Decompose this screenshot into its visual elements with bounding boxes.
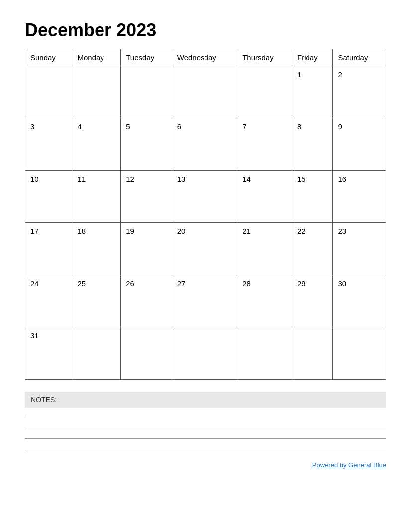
day-number: 30 xyxy=(338,279,381,288)
day-number: 6 xyxy=(177,122,232,131)
calendar-day-cell: 17 xyxy=(25,223,72,275)
powered-by: Powered by General Blue xyxy=(25,461,386,469)
calendar-day-cell: 29 xyxy=(292,275,333,327)
calendar-day-cell xyxy=(292,327,333,380)
day-number: 27 xyxy=(177,279,232,288)
calendar-day-cell: 10 xyxy=(25,171,72,223)
calendar-week-row: 17181920212223 xyxy=(25,223,386,275)
notes-line-2 xyxy=(25,427,386,427)
calendar-week-row: 12 xyxy=(25,66,386,118)
day-number: 12 xyxy=(126,175,167,183)
powered-by-link[interactable]: Powered by General Blue xyxy=(312,461,386,469)
day-number: 31 xyxy=(30,331,67,340)
calendar-day-cell xyxy=(333,327,386,380)
calendar-day-cell: 15 xyxy=(292,171,333,223)
calendar-day-cell xyxy=(172,66,237,118)
day-number: 1 xyxy=(297,70,327,79)
calendar-day-cell: 13 xyxy=(172,171,237,223)
day-number: 15 xyxy=(297,175,327,183)
day-number: 29 xyxy=(297,279,327,288)
calendar-day-header: Friday xyxy=(292,49,333,66)
notes-line-3 xyxy=(25,438,386,439)
calendar-day-cell xyxy=(237,66,292,118)
calendar-week-row: 10111213141516 xyxy=(25,171,386,223)
day-number: 26 xyxy=(126,279,167,288)
calendar-day-cell xyxy=(25,66,72,118)
calendar-day-cell: 7 xyxy=(237,118,292,171)
calendar-header-row: SundayMondayTuesdayWednesdayThursdayFrid… xyxy=(25,49,386,66)
day-number: 2 xyxy=(338,70,381,79)
calendar-day-cell: 11 xyxy=(72,171,121,223)
day-number: 7 xyxy=(242,122,287,131)
calendar-day-cell: 12 xyxy=(121,171,172,223)
calendar-day-cell: 30 xyxy=(333,275,386,327)
calendar-day-cell: 16 xyxy=(333,171,386,223)
calendar-table: SundayMondayTuesdayWednesdayThursdayFrid… xyxy=(25,49,386,380)
calendar-day-cell: 21 xyxy=(237,223,292,275)
calendar-day-cell: 4 xyxy=(72,118,121,171)
calendar-day-cell: 24 xyxy=(25,275,72,327)
calendar-day-header: Saturday xyxy=(333,49,386,66)
day-number: 25 xyxy=(77,279,115,288)
calendar-day-cell xyxy=(72,66,121,118)
calendar-day-cell xyxy=(237,327,292,380)
day-number: 16 xyxy=(338,175,381,183)
day-number: 23 xyxy=(338,227,381,235)
calendar-day-cell xyxy=(72,327,121,380)
day-number: 4 xyxy=(77,122,115,131)
day-number: 14 xyxy=(242,175,287,183)
day-number: 17 xyxy=(30,227,67,235)
calendar-day-cell: 1 xyxy=(292,66,333,118)
calendar-day-cell: 9 xyxy=(333,118,386,171)
day-number: 9 xyxy=(338,122,381,131)
day-number: 11 xyxy=(77,175,115,183)
day-number: 20 xyxy=(177,227,232,235)
calendar-week-row: 31 xyxy=(25,327,386,380)
calendar-day-header: Monday xyxy=(72,49,121,66)
calendar-week-row: 24252627282930 xyxy=(25,275,386,327)
calendar-day-header: Sunday xyxy=(25,49,72,66)
day-number: 18 xyxy=(77,227,115,235)
day-number: 19 xyxy=(126,227,167,235)
calendar-day-cell: 2 xyxy=(333,66,386,118)
calendar-day-cell xyxy=(121,327,172,380)
day-number: 5 xyxy=(126,122,167,131)
calendar-day-cell: 25 xyxy=(72,275,121,327)
calendar-day-cell: 5 xyxy=(121,118,172,171)
notes-header: NOTES: xyxy=(25,392,386,408)
day-number: 28 xyxy=(242,279,287,288)
calendar-day-header: Thursday xyxy=(237,49,292,66)
calendar-day-cell: 6 xyxy=(172,118,237,171)
calendar-day-cell: 8 xyxy=(292,118,333,171)
calendar-day-cell: 3 xyxy=(25,118,72,171)
calendar-day-header: Wednesday xyxy=(172,49,237,66)
calendar-day-cell: 18 xyxy=(72,223,121,275)
calendar-day-cell: 20 xyxy=(172,223,237,275)
calendar-day-cell: 27 xyxy=(172,275,237,327)
notes-section: NOTES: xyxy=(25,392,386,450)
calendar-week-row: 3456789 xyxy=(25,118,386,171)
notes-line-1 xyxy=(25,416,386,416)
day-number: 3 xyxy=(30,122,67,131)
day-number: 8 xyxy=(297,122,327,131)
calendar-day-cell xyxy=(172,327,237,380)
calendar-day-cell: 31 xyxy=(25,327,72,380)
notes-line-4 xyxy=(25,450,386,450)
day-number: 13 xyxy=(177,175,232,183)
day-number: 22 xyxy=(297,227,327,235)
day-number: 10 xyxy=(30,175,67,183)
calendar-day-cell: 28 xyxy=(237,275,292,327)
day-number: 24 xyxy=(30,279,67,288)
day-number: 21 xyxy=(242,227,287,235)
calendar-day-header: Tuesday xyxy=(121,49,172,66)
calendar-day-cell: 22 xyxy=(292,223,333,275)
calendar-day-cell: 26 xyxy=(121,275,172,327)
calendar-day-cell: 19 xyxy=(121,223,172,275)
calendar-day-cell: 14 xyxy=(237,171,292,223)
page-title: December 2023 xyxy=(25,20,386,41)
calendar-day-cell xyxy=(121,66,172,118)
calendar-day-cell: 23 xyxy=(333,223,386,275)
